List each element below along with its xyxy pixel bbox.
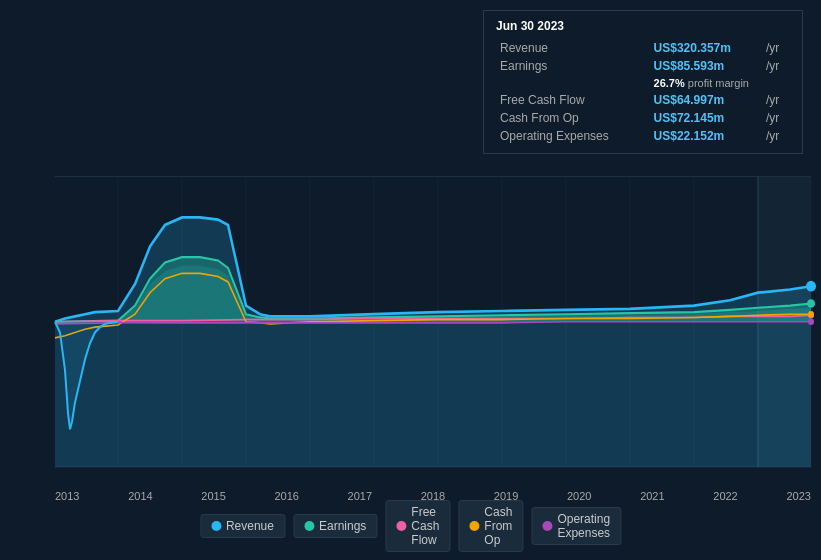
legend-opex[interactable]: Operating Expenses: [531, 507, 621, 545]
svg-point-21: [808, 319, 814, 325]
tooltip-value-fcf: US$64.997m: [650, 91, 762, 109]
tooltip-value-earnings: US$85.593m: [650, 57, 762, 75]
tooltip-value-opex: US$22.152m: [650, 127, 762, 145]
earnings-dot: [304, 521, 314, 531]
tooltip-row-margin: 26.7% profit margin: [496, 75, 790, 91]
x-label-2014: 2014: [128, 490, 152, 502]
svg-point-17: [806, 281, 816, 292]
legend-fcf-label: Free Cash Flow: [411, 505, 439, 547]
tooltip-label-opex: Operating Expenses: [496, 127, 650, 145]
tooltip-row-earnings: Earnings US$85.593m /yr: [496, 57, 790, 75]
legend-fcf[interactable]: Free Cash Flow: [385, 500, 450, 552]
x-label-2013: 2013: [55, 490, 79, 502]
tooltip-row-fcf: Free Cash Flow US$64.997m /yr: [496, 91, 790, 109]
x-label-2022: 2022: [713, 490, 737, 502]
legend-revenue-label: Revenue: [226, 519, 274, 533]
tooltip-date: Jun 30 2023: [496, 19, 790, 33]
chart-area: US$800m US$0 -US$400m: [0, 155, 821, 510]
x-label-2023: 2023: [786, 490, 810, 502]
legend-earnings[interactable]: Earnings: [293, 514, 377, 538]
opex-dot: [542, 521, 552, 531]
tooltip-label-revenue: Revenue: [496, 39, 650, 57]
legend-opex-label: Operating Expenses: [557, 512, 610, 540]
svg-point-18: [807, 299, 815, 308]
legend-revenue[interactable]: Revenue: [200, 514, 285, 538]
legend-cashop-label: Cash From Op: [484, 505, 512, 547]
tooltip-value-cashop: US$72.145m: [650, 109, 762, 127]
chart-legend: Revenue Earnings Free Cash Flow Cash Fro…: [200, 500, 621, 552]
fcf-dot: [396, 521, 406, 531]
svg-point-20: [808, 311, 814, 317]
tooltip-label-cashop: Cash From Op: [496, 109, 650, 127]
chart-svg: [0, 155, 821, 510]
legend-cashop[interactable]: Cash From Op: [458, 500, 523, 552]
tooltip-row-cashop: Cash From Op US$72.145m /yr: [496, 109, 790, 127]
tooltip-row-revenue: Revenue US$320.357m /yr: [496, 39, 790, 57]
x-label-2021: 2021: [640, 490, 664, 502]
tooltip-value-revenue: US$320.357m: [650, 39, 762, 57]
tooltip-label-fcf: Free Cash Flow: [496, 91, 650, 109]
tooltip-label-earnings: Earnings: [496, 57, 650, 75]
tooltip-row-opex: Operating Expenses US$22.152m /yr: [496, 127, 790, 145]
legend-earnings-label: Earnings: [319, 519, 366, 533]
revenue-dot: [211, 521, 221, 531]
tooltip-margin: 26.7% profit margin: [650, 75, 790, 91]
tooltip-box: Jun 30 2023 Revenue US$320.357m /yr Earn…: [483, 10, 803, 154]
cashop-dot: [469, 521, 479, 531]
